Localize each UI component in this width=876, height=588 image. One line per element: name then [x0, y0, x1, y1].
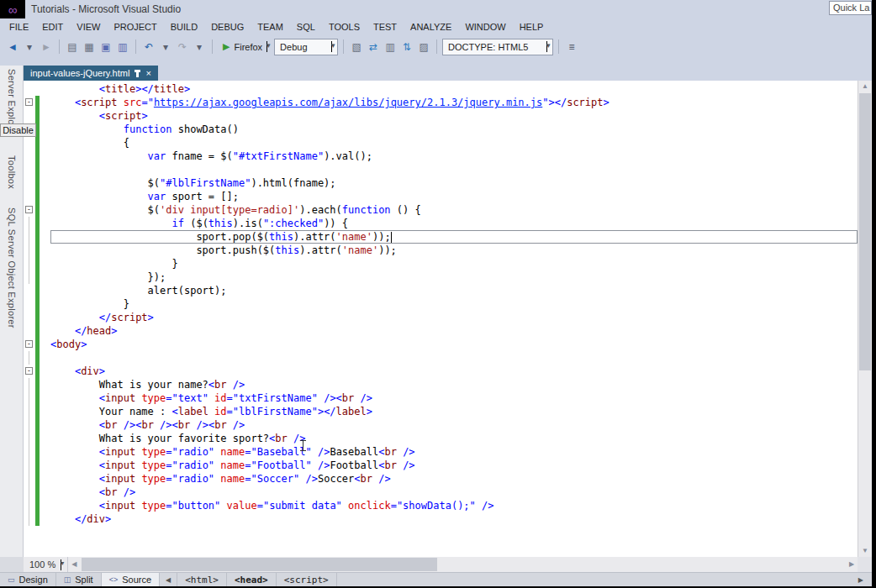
breadcrumb-tag[interactable]: <head>	[227, 573, 277, 586]
start-debug-button[interactable]: ▶ Firefox ▾	[218, 41, 272, 52]
scroll-right-icon[interactable]: ▶	[846, 557, 858, 572]
code-token: br	[214, 379, 226, 391]
side-tab-toolbox[interactable]: Toolbox	[7, 155, 17, 189]
view-design-button[interactable]: ▭Design	[0, 573, 56, 586]
scroll-down-icon[interactable]: ▼	[858, 545, 872, 557]
code-line[interactable]: - <script src="https://ajax.googleapis.c…	[24, 96, 858, 109]
side-tab-sql-server-object-explorer[interactable]: SQL Server Object Explorer	[7, 207, 17, 328]
menu-file[interactable]: FILE	[3, 18, 35, 35]
code-line[interactable]: What is your favorite sport?<br />	[24, 432, 858, 445]
navigate-forward-icon[interactable]: ►	[39, 41, 54, 53]
open-file-icon[interactable]: ▦	[82, 41, 97, 53]
save-all-icon[interactable]: ▥	[115, 41, 130, 53]
code-line[interactable]: - <div>	[24, 365, 858, 378]
menu-project[interactable]: PROJECT	[107, 18, 163, 35]
code-line[interactable]: function showData()	[24, 123, 858, 136]
solution-config-dropdown[interactable]: Debug ▾	[274, 39, 338, 55]
scroll-up-icon[interactable]: ▲	[858, 81, 872, 92]
disable-button[interactable]: Disable	[0, 123, 36, 137]
close-icon[interactable]: ×	[145, 69, 150, 78]
code-line[interactable]: <input type="radio" name="Baseball" />Ba…	[24, 445, 858, 459]
zoom-dropdown[interactable]: 100 % ▾	[24, 557, 68, 572]
undo-dropdown-icon[interactable]: ▾	[158, 41, 173, 53]
code-line[interactable]: var sport = [];	[24, 190, 858, 203]
code-line[interactable]: var fname = $("#txtFirstName").val();	[24, 150, 858, 163]
code-line[interactable]: alert(sport);	[24, 284, 858, 297]
code-line[interactable]: sport.pop($(this).attr('name'));	[24, 230, 858, 244]
menu-help[interactable]: HELP	[513, 18, 551, 35]
undo-icon[interactable]: ↶	[141, 41, 156, 53]
menu-view[interactable]: VIEW	[70, 18, 107, 35]
menu-edit[interactable]: EDIT	[35, 18, 70, 35]
view-source-button[interactable]: <>Source	[102, 573, 160, 586]
fold-collapse-icon[interactable]: -	[25, 98, 33, 106]
code-line[interactable]: Your name : <label id="lblFirstName"></l…	[24, 405, 858, 418]
menu-analyze[interactable]: ANALYZE	[404, 18, 458, 35]
menu-build[interactable]: BUILD	[164, 18, 204, 35]
breadcrumb-back-icon[interactable]: ◀	[160, 573, 177, 586]
breadcrumb-forward-icon[interactable]: ▶	[853, 576, 868, 584]
code-line[interactable]: });	[24, 270, 858, 284]
code-line[interactable]: }	[24, 297, 858, 311]
code-line[interactable]: </script>	[24, 311, 858, 324]
document-tab[interactable]: input-values-jQuery.html ×	[24, 66, 158, 81]
stylesheet-icon[interactable]: ▨	[416, 41, 431, 53]
browser-preview-icon[interactable]: ▥	[383, 41, 398, 53]
pin-icon[interactable]	[136, 70, 139, 77]
attach-debugger-icon[interactable]: ▧	[349, 41, 364, 53]
window-title: Tutorials - Microsoft Visual Studio	[31, 3, 181, 15]
formatting-icon[interactable]: ≡	[564, 41, 579, 53]
code-text: <input type="radio" name="Baseball" />Ba…	[50, 445, 858, 459]
redo-dropdown-icon[interactable]: ▾	[192, 41, 207, 53]
code-editor[interactable]: <title></title>- <script src="https://aj…	[24, 81, 858, 557]
fold-collapse-icon[interactable]: -	[25, 367, 33, 375]
code-line[interactable]: <script>	[24, 109, 858, 123]
new-file-icon[interactable]: ▤	[65, 41, 80, 53]
menu-test[interactable]: TEST	[367, 18, 404, 35]
code-token: function	[124, 123, 172, 135]
scroll-left-icon[interactable]: ◀	[68, 557, 80, 572]
code-line[interactable]: if ($(this).is(":checked")) {	[24, 217, 858, 230]
chevron-down-icon[interactable]: ▾	[266, 41, 267, 52]
page-inspector-icon[interactable]: ⇄	[366, 41, 381, 53]
breadcrumb-tag[interactable]: <script>	[277, 573, 337, 586]
code-line[interactable]: <br /><br /><br /><br />	[24, 418, 858, 432]
menu-team[interactable]: TEAM	[251, 18, 290, 35]
quick-launch-input[interactable]: Quick La	[829, 1, 872, 15]
code-line[interactable]: <input type="radio" name="Football" />Fo…	[24, 459, 858, 472]
code-line[interactable]: }	[24, 257, 858, 270]
code-line[interactable]: </head>	[24, 324, 858, 338]
horizontal-scrollbar[interactable]: ◀ ▶	[68, 557, 858, 572]
doctype-dropdown[interactable]: DOCTYPE: HTML5 ▾	[442, 39, 553, 55]
navigate-back-icon[interactable]: ◄	[5, 41, 20, 53]
fold-collapse-icon[interactable]: -	[25, 206, 33, 213]
code-line[interactable]: sport.push($(this).attr('name'));	[24, 244, 858, 257]
menu-sql[interactable]: SQL	[290, 18, 322, 35]
code-line[interactable]: <input type="button" value="submit data"…	[24, 499, 858, 512]
code-line[interactable]: {	[24, 136, 858, 150]
code-line[interactable]: $("#lblFirstName").html(fname);	[24, 176, 858, 190]
code-line[interactable]: -<body>	[24, 338, 858, 351]
vertical-scrollbar[interactable]: ▲ ▼	[858, 81, 872, 557]
horizontal-scroll-thumb[interactable]	[82, 558, 436, 571]
code-line[interactable]	[24, 163, 858, 176]
redo-icon[interactable]: ↷	[175, 41, 190, 53]
code-line[interactable]: <input type="text" id="txtFirstName" /><…	[24, 391, 858, 405]
code-line[interactable]	[24, 351, 858, 365]
code-line[interactable]: </div>	[24, 512, 858, 526]
code-line[interactable]: What is your name?<br />	[24, 378, 858, 391]
sync-icon[interactable]: ⇅	[399, 41, 414, 53]
breadcrumb-tag[interactable]: <html>	[177, 573, 227, 586]
code-line[interactable]: <br />	[24, 486, 858, 499]
navigate-back-dropdown-icon[interactable]: ▾	[22, 41, 37, 53]
menu-tools[interactable]: TOOLS	[322, 18, 367, 35]
code-line[interactable]: <input type="radio" name="Soccer" />Socc…	[24, 472, 858, 486]
view-split-button[interactable]: ◫Split	[56, 573, 102, 586]
menu-window[interactable]: WINDOW	[458, 18, 512, 35]
code-line[interactable]: - $('div input[type=radio]').each(functi…	[24, 203, 858, 217]
fold-collapse-icon[interactable]: -	[25, 340, 33, 348]
menu-debug[interactable]: DEBUG	[204, 18, 251, 35]
vertical-scroll-thumb[interactable]	[859, 93, 871, 370]
save-icon[interactable]: ▣	[98, 41, 113, 53]
code-line[interactable]: <title></title>	[24, 82, 858, 96]
